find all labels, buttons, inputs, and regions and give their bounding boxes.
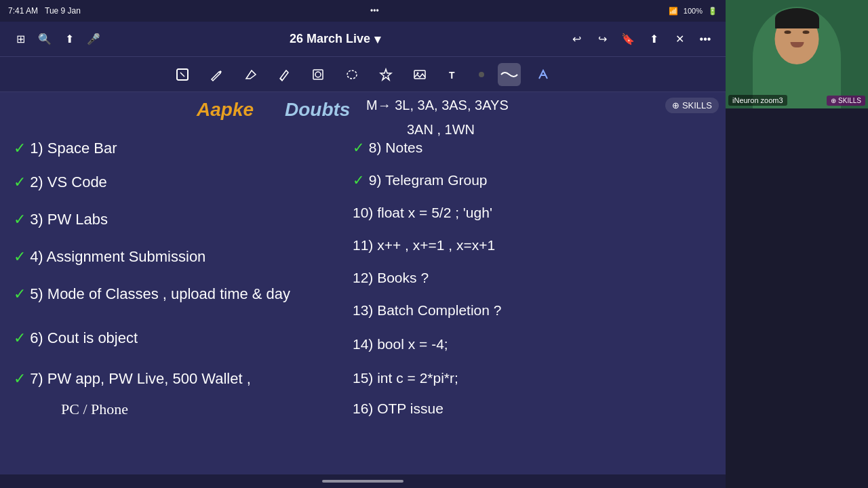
m-arrow-title: M→ 3L, 3A, 3AS, 3AYS (366, 98, 509, 113)
canvas-area: Aapke Doubts M→ 3L, 3A, 3AS, 3AYS 3AN , … (0, 92, 726, 474)
list-item-6: ✓ 6) Cout is object (14, 329, 138, 347)
close-icon[interactable]: ✕ (670, 30, 689, 49)
app-title: 26 March Live (290, 32, 370, 46)
skills-text: SKILLS (682, 100, 712, 110)
list-item-2: ✓ 2) VS Code (14, 174, 107, 191)
check-3: ✓ (14, 211, 26, 228)
skills-icon: ⊕ (672, 100, 679, 110)
title-doubts: Doubts (285, 99, 350, 121)
image-tool[interactable] (408, 63, 431, 86)
item-3-text: 3) PW Labs (30, 211, 108, 228)
check-2: ✓ (14, 174, 26, 190)
eraser-tool[interactable] (239, 63, 262, 86)
list-item-7: ✓ 7) PW app, PW Live, 500 Wallet , (14, 370, 251, 388)
ink-tool[interactable] (532, 63, 555, 86)
system-bar-left: 7:41 AM Tue 9 Jan (8, 6, 81, 16)
bottom-indicator (322, 480, 403, 483)
search-icon[interactable]: 🔍 (35, 30, 54, 49)
upload-icon[interactable]: ⬆ (60, 30, 79, 49)
system-time: 7:41 AM (8, 6, 38, 16)
list-item-r13: 13) Batch Completion ? (353, 302, 501, 319)
person-head (775, 14, 819, 64)
bottom-bar (0, 474, 726, 488)
m-line2: 3AN , 1WN (407, 122, 475, 138)
list-item-r11: 11) x++ , x+=1 , x=x+1 (353, 237, 495, 253)
list-item-3: ✓ 3) PW Labs (14, 211, 108, 228)
item-1-text: 1) Space Bar (30, 140, 117, 157)
list-item-r10: 10) float x = 5/2 ; 'ugh' (353, 205, 492, 221)
toolbar-left: ⊞ 🔍 ⬆ 🎤 (11, 30, 103, 49)
list-item-r14: 14) bool x = -4; (353, 336, 448, 352)
item-r15-text: 15) int c = 2*pi*r; (353, 370, 458, 386)
item-r12-text: 12) Books ? (353, 270, 429, 285)
dots-icon: ••• (370, 6, 379, 16)
item-6-text: 6) Cout is object (30, 329, 138, 346)
video-panel: iNeuron zoom3 ⊕ SKILLS (726, 0, 868, 488)
list-item-r15: 15) int c = 2*pi*r; (353, 370, 458, 386)
lasso-tool[interactable] (340, 63, 363, 86)
battery-icon: 100% (684, 7, 703, 15)
text-tool[interactable]: T (442, 63, 465, 86)
apps-icon[interactable]: ⊞ (11, 30, 30, 49)
share-icon[interactable]: ⬆ (644, 30, 663, 49)
svg-line-1 (180, 73, 184, 77)
list-item-7b: PC / Phone (61, 401, 128, 418)
more-icon[interactable]: ••• (696, 30, 715, 49)
select-tool[interactable] (171, 63, 194, 86)
skills-corner-badge: ⊕ SKILLS (827, 96, 865, 106)
svg-point-4 (347, 70, 357, 79)
svg-text:T: T (449, 70, 455, 81)
list-item-r12: 12) Books ? (353, 270, 429, 286)
list-item-r8: ✓ 8) Notes (353, 140, 422, 156)
battery-full-icon: 🔋 (708, 7, 717, 16)
list-item-r16: 16) OTP issue (353, 401, 443, 417)
side-panel-content (726, 108, 868, 488)
svg-marker-5 (380, 69, 391, 80)
check-1: ✓ (14, 140, 26, 157)
check-6: ✓ (14, 329, 26, 346)
svg-point-3 (315, 72, 321, 77)
pencil-tool[interactable] (273, 63, 296, 86)
item-5-text: 5) Mode of Classes , upload time & day (30, 285, 290, 302)
star-tool[interactable] (374, 63, 397, 86)
pen-tool[interactable] (205, 63, 228, 86)
item-r9-text: 9) Telegram Group (369, 172, 488, 188)
main-whiteboard-area: 7:41 AM Tue 9 Jan ••• 📶 100% 🔋 ⊞ 🔍 ⬆ 🎤 2… (0, 0, 726, 488)
item-2-text: 2) VS Code (30, 174, 107, 190)
video-feed: iNeuron zoom3 ⊕ SKILLS (726, 0, 868, 108)
toolbar-title-area[interactable]: 26 March Live ▾ (290, 32, 380, 47)
list-item-r9: ✓ 9) Telegram Group (353, 172, 488, 188)
mic-icon[interactable]: 🎤 (84, 30, 103, 49)
item-4-text: 4) Assignment Submission (30, 248, 205, 265)
list-item-1: ✓ 1) Space Bar (14, 140, 117, 157)
video-label: iNeuron zoom3 (728, 95, 787, 106)
toolbar-right: ↩ ↪ 🔖 ⬆ ✕ ••• (567, 30, 715, 49)
list-item-4: ✓ 4) Assignment Submission (14, 248, 205, 266)
list-item-5: ✓ 5) Mode of Classes , upload time & day (14, 285, 290, 303)
dropdown-arrow: ▾ (374, 32, 380, 47)
redo-button[interactable]: ↪ (593, 30, 612, 49)
app-toolbar: ⊞ 🔍 ⬆ 🎤 26 March Live ▾ ↩ ↪ 🔖 ⬆ ✕ ••• (0, 22, 726, 57)
title-aapke: Aapke (197, 99, 254, 121)
check-r8: ✓ (353, 140, 365, 155)
item-r14-text: 14) bool x = -4; (353, 336, 448, 352)
item-r8-text: 8) Notes (369, 140, 422, 155)
check-r9: ✓ (353, 172, 365, 188)
bookmark-icon[interactable]: 🔖 (618, 30, 637, 49)
wifi-icon: 📶 (669, 7, 678, 16)
item-r11-text: 11) x++ , x+=1 , x=x+1 (353, 237, 495, 253)
system-bar-right: 📶 100% 🔋 (669, 7, 717, 16)
shapes-tool[interactable] (307, 63, 330, 86)
undo-button[interactable]: ↩ (567, 30, 586, 49)
check-5: ✓ (14, 285, 26, 302)
skills-badge: ⊕ SKILLS (665, 98, 719, 113)
wave-tool[interactable] (498, 63, 521, 86)
svg-rect-2 (313, 70, 323, 79)
system-bar-center: ••• (370, 6, 379, 16)
system-day: Tue 9 Jan (45, 6, 81, 16)
check-4: ✓ (14, 248, 26, 265)
dot-separator (479, 72, 484, 77)
item-r13-text: 13) Batch Completion ? (353, 302, 501, 318)
item-r16-text: 16) OTP issue (353, 401, 443, 416)
check-7: ✓ (14, 370, 26, 387)
